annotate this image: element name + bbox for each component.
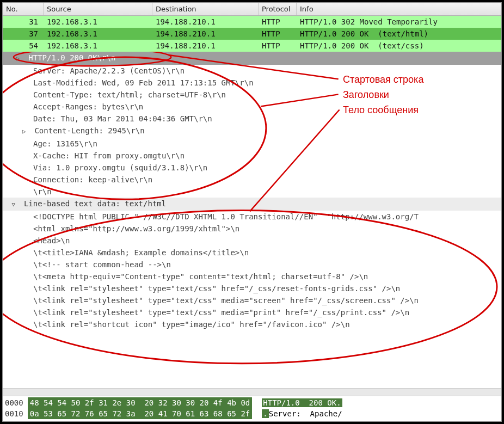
hex-row[interactable]: 00100a 53 65 72 76 65 72 3a 20 41 70 61 … <box>5 408 499 419</box>
hex-row[interactable]: 000048 54 54 50 2f 31 2e 30 20 32 30 30 … <box>5 397 499 408</box>
detail-header-line[interactable]: Age: 13165\r\n <box>3 138 501 150</box>
detail-header-line[interactable]: X-Cache: HIT from proxy.omgtu\r\n <box>3 150 501 162</box>
detail-header-line[interactable]: Accept-Ranges: bytes\r\n <box>3 101 501 113</box>
collapse-icon[interactable] <box>11 198 19 211</box>
col-header-dst[interactable]: Destination <box>152 3 259 15</box>
detail-header-line[interactable]: Date: Thu, 03 Mar 2011 04:04:36 GMT\r\n <box>3 113 501 125</box>
detail-header-line[interactable]: Content-Type: text/html; charset=UTF-8\r… <box>3 89 501 101</box>
packet-row[interactable]: 31192.168.3.1194.188.210.1HTTPHTTP/1.0 3… <box>3 16 501 28</box>
detail-body-header[interactable]: Line-based text data: text/html <box>3 198 501 211</box>
packet-row[interactable]: 54192.168.3.1194.188.210.1HTTPHTTP/1.0 2… <box>3 40 501 52</box>
packet-row[interactable]: 37192.168.3.1194.188.210.1HTTPHTTP/1.0 2… <box>3 28 501 40</box>
detail-header-line[interactable]: Server: Apache/2.2.3 (CentOS)\r\n <box>3 65 501 77</box>
detail-body-line[interactable]: \t<meta http-equiv="Content-type" conten… <box>3 271 501 282</box>
expand-icon[interactable] <box>16 52 24 65</box>
detail-body-line[interactable]: <!DOCTYPE html PUBLIC "-//W3C//DTD XHTML… <box>3 211 501 223</box>
detail-header-line[interactable]: Via: 1.0 proxy.omgtu (squid/3.1.8)\r\n <box>3 162 501 174</box>
col-header-no[interactable]: No. <box>3 3 44 15</box>
detail-header-line[interactable]: \r\n <box>3 186 501 198</box>
packet-list[interactable]: 31192.168.3.1194.188.210.1HTTPHTTP/1.0 3… <box>3 16 501 52</box>
col-header-info[interactable]: Info <box>297 3 501 15</box>
detail-body-line[interactable]: \t<title>IANA &mdash; Example domains</t… <box>3 247 501 259</box>
detail-body-line[interactable]: <html xmlns="http://www.w3.org/1999/xhtm… <box>3 223 501 235</box>
splitter-bar[interactable] <box>3 388 501 396</box>
detail-body-line[interactable]: \t<link rel="stylesheet" type="text/css"… <box>3 294 501 306</box>
wireshark-window: No. Source Destination Protocol Info 311… <box>2 2 502 422</box>
col-header-src[interactable]: Source <box>44 3 152 15</box>
detail-body-line[interactable]: \t<link rel="shortcut icon" type="image/… <box>3 318 501 330</box>
detail-header-line[interactable]: Last-Modified: Wed, 09 Feb 2011 17:13:15… <box>3 77 501 89</box>
packet-list-header: No. Source Destination Protocol Info <box>3 3 501 16</box>
detail-body-line[interactable]: \t<!-- start common-head -->\n <box>3 259 501 271</box>
col-header-proto[interactable]: Protocol <box>259 3 297 15</box>
packet-details-pane[interactable]: HTTP/1.0 200 OK\r\n Server: Apache/2.2.3… <box>3 52 501 388</box>
expand-icon[interactable] <box>22 125 30 138</box>
detail-header-line[interactable]: Content-Length: 2945\r\n <box>3 125 501 138</box>
detail-body-line[interactable]: <head>\n <box>3 235 501 247</box>
detail-header-line[interactable]: Connection: keep-alive\r\n <box>3 174 501 186</box>
hex-pane[interactable]: 000048 54 54 50 2f 31 2e 30 20 32 30 30 … <box>3 396 501 421</box>
detail-status-line[interactable]: HTTP/1.0 200 OK\r\n <box>3 52 501 65</box>
detail-body-line[interactable]: \t<link rel="stylesheet" type="text/css"… <box>3 282 501 294</box>
detail-body-line[interactable]: \t<link rel="stylesheet" type="text/css"… <box>3 306 501 318</box>
